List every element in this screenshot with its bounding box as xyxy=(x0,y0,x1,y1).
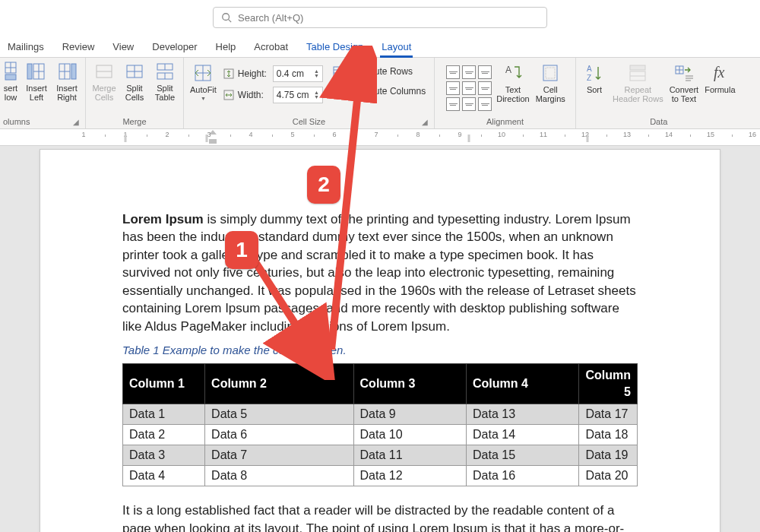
align-top-right[interactable] xyxy=(478,65,492,79)
autofit-label: AutoFit xyxy=(190,85,217,94)
table-caption[interactable]: Table 1 Example to make the columns even… xyxy=(122,343,638,359)
svg-point-0 xyxy=(223,14,230,21)
split-table-icon xyxy=(154,61,176,82)
table-cell[interactable]: Data 15 xyxy=(466,445,578,466)
distribute-columns-label: Distribute Columns xyxy=(349,86,426,97)
align-mid-left[interactable] xyxy=(446,81,460,95)
height-value: 0.4 cm xyxy=(277,68,304,79)
group-data: AZ Sort Repeat Header Rows Convert to Te… xyxy=(576,58,742,128)
width-value: 4.75 cm xyxy=(277,90,309,100)
search-input[interactable]: Search (Alt+Q) xyxy=(213,7,547,28)
repeat-header-rows-button[interactable]: Repeat Header Rows xyxy=(610,59,667,105)
merge-cells-label: Merge Cells xyxy=(92,84,116,102)
tab-review[interactable]: Review xyxy=(61,38,97,57)
distribute-rows-button[interactable]: Distribute Rows xyxy=(332,65,426,78)
distribute-rows-icon xyxy=(332,65,344,78)
svg-rect-49 xyxy=(209,139,217,144)
table-cell[interactable]: Data 6 xyxy=(205,425,353,445)
table-cell[interactable]: Data 11 xyxy=(353,445,466,466)
table-cell[interactable]: Data 19 xyxy=(579,445,638,466)
table-cell[interactable]: Data 4 xyxy=(123,466,205,486)
table-cell[interactable]: Data 16 xyxy=(466,466,578,486)
table-row[interactable]: Data 4Data 8Data 12Data 16Data 20 xyxy=(123,466,638,486)
group-rows-columns: sert low Insert Left Insert Right olumns… xyxy=(0,58,86,128)
table-cell[interactable]: Data 12 xyxy=(353,466,466,486)
merge-cells-icon xyxy=(93,61,115,82)
table-cell[interactable]: Data 10 xyxy=(353,425,466,445)
paragraph-2[interactable]: It is a long established fact that a rea… xyxy=(122,502,638,532)
table-cell[interactable]: Data 13 xyxy=(466,404,578,425)
table-cell[interactable]: Data 1 xyxy=(123,404,205,425)
split-cells-button[interactable]: Split Cells xyxy=(119,59,150,103)
align-bot-right[interactable] xyxy=(478,97,492,111)
svg-rect-9 xyxy=(27,64,32,79)
alignment-grid xyxy=(442,59,493,111)
tab-view[interactable]: View xyxy=(111,38,135,57)
table-row[interactable]: Data 3Data 7Data 11Data 15Data 19 xyxy=(123,445,638,466)
tab-help[interactable]: Help xyxy=(214,38,238,57)
insert-right-icon xyxy=(56,61,78,82)
align-mid-center[interactable] xyxy=(462,81,476,95)
table-cell[interactable]: Data 18 xyxy=(579,425,638,445)
align-bot-center[interactable] xyxy=(462,97,476,111)
svg-rect-36 xyxy=(546,68,555,78)
merge-cells-button[interactable]: Merge Cells xyxy=(89,59,119,103)
width-input[interactable]: 4.75 cm ▲▼ xyxy=(273,87,323,103)
table-cell[interactable]: Data 8 xyxy=(205,466,353,486)
height-input[interactable]: 0.4 cm ▲▼ xyxy=(273,65,323,82)
cell-margins-button[interactable]: Cell Margins xyxy=(533,59,568,105)
svg-line-1 xyxy=(229,20,232,23)
search-icon xyxy=(221,12,232,23)
paragraph-1[interactable]: Lorem Ipsum is simply dummy text of the … xyxy=(122,211,638,335)
table-cell[interactable]: Data 20 xyxy=(579,466,638,486)
page: Lorem Ipsum is simply dummy text of the … xyxy=(40,149,720,532)
align-bot-left[interactable] xyxy=(446,97,460,111)
distribute-columns-icon xyxy=(332,85,344,97)
svg-rect-31 xyxy=(334,87,343,96)
group-label-alignment: Alignment xyxy=(438,115,572,128)
table-cell[interactable]: Data 9 xyxy=(353,404,466,425)
tab-layout[interactable]: Layout xyxy=(380,38,413,57)
tab-developer[interactable]: Developer xyxy=(150,38,198,57)
table-cell[interactable]: Data 17 xyxy=(579,404,638,425)
svg-rect-28 xyxy=(334,67,343,76)
table-cell[interactable]: Data 14 xyxy=(466,425,578,445)
align-top-center[interactable] xyxy=(462,65,476,79)
tab-table-design[interactable]: Table Design xyxy=(305,38,365,57)
tab-acrobat[interactable]: Acrobat xyxy=(252,38,290,57)
table-row[interactable]: Data 1Data 5Data 9Data 13Data 17 xyxy=(123,404,638,425)
sort-button[interactable]: AZ Sort xyxy=(579,59,610,96)
insert-left-label: Insert Left xyxy=(26,84,47,102)
table-row[interactable]: Data 2Data 6Data 10Data 14Data 18 xyxy=(123,425,638,445)
table-cell[interactable]: Data 5 xyxy=(205,404,353,425)
doc-table[interactable]: Column 1Column 2Column 3Column 4Column 5… xyxy=(122,363,638,486)
tab-mailings[interactable]: Mailings xyxy=(6,38,46,57)
autofit-button[interactable]: AutoFit ▼ xyxy=(187,59,220,103)
insert-below-button[interactable]: sert low xyxy=(0,59,21,103)
width-spinner[interactable]: ▲▼ xyxy=(314,90,319,100)
document-area[interactable]: Lorem Ipsum is simply dummy text of the … xyxy=(0,146,760,532)
insert-left-button[interactable]: Insert Left xyxy=(21,59,52,103)
align-top-left[interactable] xyxy=(446,65,460,79)
text-direction-button[interactable]: A Text Direction xyxy=(493,59,532,105)
table-cell[interactable]: Data 7 xyxy=(205,445,353,466)
formula-button[interactable]: fx Formula xyxy=(701,59,738,96)
insert-right-button[interactable]: Insert Right xyxy=(52,59,82,103)
ruler[interactable]: 112345678910111213141516 xyxy=(0,129,760,146)
convert-to-text-button[interactable]: Convert to Text xyxy=(667,59,702,105)
dialog-launcher-icon[interactable]: ◢ xyxy=(73,118,82,127)
table-header-cell: Column 2 xyxy=(205,363,353,404)
table-cell[interactable]: Data 2 xyxy=(123,425,205,445)
height-spinner[interactable]: ▲▼ xyxy=(314,69,319,78)
split-table-button[interactable]: Split Table xyxy=(150,59,180,103)
para1-text: is simply dummy text of the printing and… xyxy=(122,212,636,334)
search-placeholder: Search (Alt+Q) xyxy=(238,12,303,24)
align-mid-right[interactable] xyxy=(478,81,492,95)
group-alignment: A Text Direction Cell Margins Alignment xyxy=(435,58,576,128)
dialog-launcher-icon[interactable]: ◢ xyxy=(422,118,431,127)
split-cells-icon xyxy=(124,61,145,82)
col-width-icon xyxy=(223,89,235,101)
table-cell[interactable]: Data 3 xyxy=(123,445,205,466)
distribute-columns-button[interactable]: Distribute Columns xyxy=(332,85,426,97)
table-header-cell: Column 4 xyxy=(466,363,578,404)
